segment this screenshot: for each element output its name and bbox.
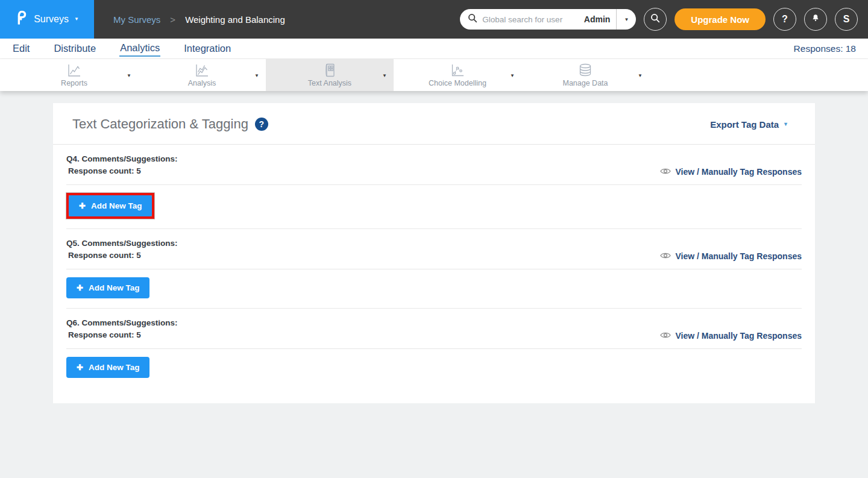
question-section-q6: Q6. Comments/Suggestions: Response count… <box>66 309 802 388</box>
plus-icon: ✚ <box>77 363 83 371</box>
section-header-row: Q6. Comments/Suggestions: Response count… <box>66 309 802 341</box>
question-sections: Q4. Comments/Suggestions: Response count… <box>53 145 815 403</box>
breadcrumb-my-surveys[interactable]: My Surveys <box>113 14 160 25</box>
response-count: Response count: 5 <box>66 329 178 341</box>
title-help-icon[interactable]: ? <box>255 118 268 131</box>
search-icon <box>650 13 661 26</box>
view-manually-tag-link[interactable]: View / Manually Tag Responses <box>660 331 802 341</box>
subnav-distribute[interactable]: Distribute <box>53 41 96 56</box>
question-title: Q4. Comments/Suggestions: <box>66 153 178 165</box>
eye-icon <box>660 331 671 341</box>
search-scope-selector[interactable]: Admin <box>584 14 617 24</box>
breadcrumb-current-survey: Weighting and Balancing <box>185 14 285 25</box>
tab-caret-down-icon[interactable]: ▼ <box>382 72 387 78</box>
question-info: Q5. Comments/Suggestions: Response count… <box>66 237 178 262</box>
tab-label: Manage Data <box>562 79 608 87</box>
document-grid-icon <box>322 63 338 78</box>
section-header-row: Q4. Comments/Suggestions: Response count… <box>66 145 802 177</box>
export-tag-data-label: Export Tag Data <box>710 119 779 130</box>
tab-reports[interactable]: Reports ▼ <box>10 59 138 91</box>
database-icon <box>577 63 593 78</box>
add-new-tag-label: Add New Tag <box>89 363 140 372</box>
line-chart-icon <box>66 63 82 78</box>
product-name: Surveys <box>34 14 69 25</box>
button-row: ✚ Add New Tag <box>66 349 802 388</box>
tab-label: Reports <box>61 79 87 87</box>
proprofs-logo-icon <box>15 10 28 28</box>
global-search-input[interactable] <box>482 15 584 24</box>
tab-caret-down-icon[interactable]: ▼ <box>510 72 515 78</box>
search-button[interactable] <box>644 8 667 31</box>
breadcrumb-chevron-icon: > <box>170 14 175 25</box>
notifications-button[interactable] <box>804 8 827 31</box>
multi-line-chart-icon <box>194 63 210 78</box>
view-link-label: View / Manually Tag Responses <box>675 331 802 341</box>
export-tag-data-dropdown[interactable]: Export Tag Data ▼ <box>710 119 788 130</box>
plus-icon: ✚ <box>79 202 86 210</box>
upgrade-now-button[interactable]: Upgrade Now <box>675 8 766 30</box>
search-icon <box>467 13 478 26</box>
question-section-q5: Q5. Comments/Suggestions: Response count… <box>66 229 802 308</box>
add-new-tag-button[interactable]: ✚ Add New Tag <box>66 357 149 378</box>
text-tagging-card: Text Categorization & Tagging ? Export T… <box>53 103 815 403</box>
question-info: Q6. Comments/Suggestions: Response count… <box>66 317 178 341</box>
question-title: Q5. Comments/Suggestions: <box>66 237 178 250</box>
tab-text-analysis[interactable]: Text Analysis ▼ <box>266 59 394 91</box>
eye-icon <box>660 251 671 261</box>
responses-count: Responses: 18 <box>794 43 856 54</box>
tab-caret-down-icon[interactable]: ▼ <box>127 72 131 78</box>
question-mark-icon: ? <box>782 14 788 25</box>
response-count: Response count: 5 <box>66 165 178 177</box>
view-link-label: View / Manually Tag Responses <box>675 167 802 177</box>
tab-caret-down-icon[interactable]: ▼ <box>638 72 643 78</box>
survey-subnav: Edit Distribute Analytics Integration Re… <box>0 39 868 59</box>
avatar-initial: S <box>843 14 850 25</box>
page-title: Text Categorization & Tagging <box>72 116 248 132</box>
view-manually-tag-link[interactable]: View / Manually Tag Responses <box>660 167 802 177</box>
add-new-tag-label: Add New Tag <box>89 283 140 292</box>
question-title: Q6. Comments/Suggestions: <box>66 317 178 329</box>
question-section-q4: Q4. Comments/Suggestions: Response count… <box>66 145 802 228</box>
subnav-edit[interactable]: Edit <box>12 41 30 56</box>
tab-label: Analysis <box>188 79 216 87</box>
search-scope-caret-down-icon[interactable]: ▼ <box>617 17 636 22</box>
red-highlight-annotation: ✚ Add New Tag <box>66 193 154 219</box>
tab-choice-modelling[interactable]: Choice Modelling ▼ <box>394 59 521 91</box>
bell-icon <box>810 13 821 27</box>
tab-label: Choice Modelling <box>429 79 486 87</box>
section-header-row: Q5. Comments/Suggestions: Response count… <box>66 229 802 262</box>
button-row: ✚ Add New Tag <box>66 269 802 308</box>
analytics-tabbar: Reports ▼ Analysis ▼ Text Analysis ▼ Cho… <box>0 59 868 91</box>
card-header: Text Categorization & Tagging ? Export T… <box>53 103 815 145</box>
tab-manage-data[interactable]: Manage Data ▼ <box>521 59 649 91</box>
add-new-tag-button[interactable]: ✚ Add New Tag <box>69 195 152 216</box>
help-button[interactable]: ? <box>773 8 796 31</box>
subnav-analytics[interactable]: Analytics <box>119 40 160 57</box>
tab-caret-down-icon[interactable]: ▼ <box>254 72 259 78</box>
response-count: Response count: 5 <box>66 250 178 262</box>
export-caret-down-icon: ▼ <box>783 121 788 127</box>
add-new-tag-button[interactable]: ✚ Add New Tag <box>66 277 149 298</box>
view-link-label: View / Manually Tag Responses <box>675 251 802 261</box>
user-avatar[interactable]: S <box>835 8 858 31</box>
header-actions: Admin ▼ Upgrade Now ? S <box>460 0 868 39</box>
app-header: Surveys ▼ My Surveys > Weighting and Bal… <box>0 0 868 39</box>
global-search: Admin ▼ <box>460 9 636 30</box>
subnav-integration[interactable]: Integration <box>183 41 231 56</box>
breadcrumb: My Surveys > Weighting and Balancing <box>113 0 285 39</box>
product-caret-down-icon: ▼ <box>74 17 79 22</box>
scatter-chart-icon <box>450 63 465 78</box>
plus-icon: ✚ <box>77 284 83 292</box>
product-switcher[interactable]: Surveys ▼ <box>0 0 94 39</box>
page-content: Text Categorization & Tagging ? Export T… <box>0 91 868 403</box>
view-manually-tag-link[interactable]: View / Manually Tag Responses <box>660 251 802 261</box>
tab-analysis[interactable]: Analysis ▼ <box>138 59 266 91</box>
tab-label: Text Analysis <box>308 79 351 87</box>
eye-icon <box>660 167 671 177</box>
question-info: Q4. Comments/Suggestions: Response count… <box>66 153 178 177</box>
add-new-tag-label: Add New Tag <box>91 201 142 210</box>
button-row: ✚ Add New Tag <box>66 185 802 228</box>
